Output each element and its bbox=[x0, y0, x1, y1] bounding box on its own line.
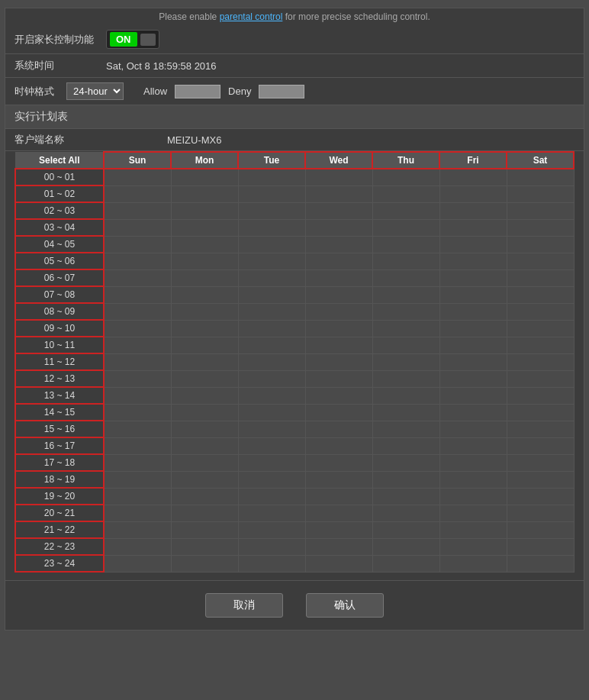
schedule-cell[interactable] bbox=[439, 387, 507, 404]
schedule-cell[interactable] bbox=[439, 488, 507, 505]
schedule-cell[interactable] bbox=[238, 286, 305, 303]
schedule-cell[interactable] bbox=[372, 320, 439, 337]
schedule-cell[interactable] bbox=[238, 505, 305, 521]
schedule-cell[interactable] bbox=[507, 505, 574, 521]
schedule-cell[interactable] bbox=[171, 185, 238, 202]
schedule-cell[interactable] bbox=[439, 421, 507, 437]
schedule-cell[interactable] bbox=[238, 370, 305, 387]
schedule-cell[interactable] bbox=[507, 253, 574, 269]
schedule-cell[interactable] bbox=[372, 185, 439, 202]
schedule-cell[interactable] bbox=[104, 488, 171, 505]
schedule-cell[interactable] bbox=[238, 454, 305, 471]
schedule-cell[interactable] bbox=[104, 538, 171, 555]
schedule-cell[interactable] bbox=[439, 169, 507, 185]
schedule-cell[interactable] bbox=[439, 437, 507, 454]
allow-color-box[interactable] bbox=[175, 85, 220, 98]
select-all-header[interactable]: Select All bbox=[15, 152, 104, 169]
schedule-cell[interactable] bbox=[372, 454, 439, 471]
schedule-cell[interactable] bbox=[238, 387, 305, 404]
schedule-cell[interactable] bbox=[171, 253, 238, 269]
schedule-cell[interactable] bbox=[305, 236, 372, 253]
schedule-cell[interactable] bbox=[238, 404, 305, 421]
schedule-cell[interactable] bbox=[372, 555, 439, 572]
schedule-cell[interactable] bbox=[171, 421, 238, 437]
schedule-cell[interactable] bbox=[305, 454, 372, 471]
schedule-cell[interactable] bbox=[305, 337, 372, 353]
schedule-cell[interactable] bbox=[104, 421, 171, 437]
schedule-cell[interactable] bbox=[305, 219, 372, 236]
schedule-cell[interactable] bbox=[104, 337, 171, 353]
schedule-cell[interactable] bbox=[372, 202, 439, 219]
schedule-cell[interactable] bbox=[372, 488, 439, 505]
schedule-cell[interactable] bbox=[372, 370, 439, 387]
schedule-cell[interactable] bbox=[507, 353, 574, 370]
schedule-cell[interactable] bbox=[238, 538, 305, 555]
schedule-cell[interactable] bbox=[507, 337, 574, 353]
schedule-cell[interactable] bbox=[305, 320, 372, 337]
schedule-cell[interactable] bbox=[372, 421, 439, 437]
schedule-cell[interactable] bbox=[171, 219, 238, 236]
schedule-cell[interactable] bbox=[104, 471, 171, 488]
schedule-cell[interactable] bbox=[507, 320, 574, 337]
schedule-cell[interactable] bbox=[439, 286, 507, 303]
schedule-cell[interactable] bbox=[305, 370, 372, 387]
schedule-cell[interactable] bbox=[507, 303, 574, 320]
schedule-cell[interactable] bbox=[372, 471, 439, 488]
schedule-cell[interactable] bbox=[104, 404, 171, 421]
schedule-cell[interactable] bbox=[305, 353, 372, 370]
deny-color-box[interactable] bbox=[259, 85, 304, 98]
schedule-cell[interactable] bbox=[305, 253, 372, 269]
schedule-cell[interactable] bbox=[507, 185, 574, 202]
schedule-cell[interactable] bbox=[372, 303, 439, 320]
schedule-cell[interactable] bbox=[171, 555, 238, 572]
schedule-cell[interactable] bbox=[439, 185, 507, 202]
schedule-cell[interactable] bbox=[238, 185, 305, 202]
schedule-cell[interactable] bbox=[104, 286, 171, 303]
schedule-cell[interactable] bbox=[439, 219, 507, 236]
schedule-cell[interactable] bbox=[171, 320, 238, 337]
schedule-cell[interactable] bbox=[507, 421, 574, 437]
schedule-cell[interactable] bbox=[439, 404, 507, 421]
schedule-cell[interactable] bbox=[238, 303, 305, 320]
schedule-cell[interactable] bbox=[372, 269, 439, 286]
schedule-cell[interactable] bbox=[305, 387, 372, 404]
schedule-cell[interactable] bbox=[238, 353, 305, 370]
schedule-cell[interactable] bbox=[372, 505, 439, 521]
schedule-cell[interactable] bbox=[372, 169, 439, 185]
schedule-cell[interactable] bbox=[104, 454, 171, 471]
schedule-cell[interactable] bbox=[238, 555, 305, 572]
schedule-cell[interactable] bbox=[238, 337, 305, 353]
schedule-cell[interactable] bbox=[372, 286, 439, 303]
schedule-cell[interactable] bbox=[439, 269, 507, 286]
schedule-cell[interactable] bbox=[104, 370, 171, 387]
schedule-cell[interactable] bbox=[238, 219, 305, 236]
schedule-cell[interactable] bbox=[507, 555, 574, 572]
schedule-cell[interactable] bbox=[104, 353, 171, 370]
schedule-cell[interactable] bbox=[439, 521, 507, 538]
schedule-cell[interactable] bbox=[372, 387, 439, 404]
schedule-cell[interactable] bbox=[439, 370, 507, 387]
schedule-cell[interactable] bbox=[507, 269, 574, 286]
schedule-cell[interactable] bbox=[439, 202, 507, 219]
schedule-cell[interactable] bbox=[171, 169, 238, 185]
schedule-cell[interactable] bbox=[238, 471, 305, 488]
schedule-cell[interactable] bbox=[305, 404, 372, 421]
schedule-cell[interactable] bbox=[305, 505, 372, 521]
schedule-cell[interactable] bbox=[439, 555, 507, 572]
schedule-cell[interactable] bbox=[171, 353, 238, 370]
schedule-cell[interactable] bbox=[507, 454, 574, 471]
schedule-cell[interactable] bbox=[439, 454, 507, 471]
schedule-cell[interactable] bbox=[104, 169, 171, 185]
schedule-cell[interactable] bbox=[171, 538, 238, 555]
schedule-cell[interactable] bbox=[238, 202, 305, 219]
schedule-cell[interactable] bbox=[439, 337, 507, 353]
schedule-cell[interactable] bbox=[238, 169, 305, 185]
schedule-cell[interactable] bbox=[104, 219, 171, 236]
schedule-cell[interactable] bbox=[507, 488, 574, 505]
schedule-cell[interactable] bbox=[507, 521, 574, 538]
schedule-cell[interactable] bbox=[305, 421, 372, 437]
schedule-cell[interactable] bbox=[305, 521, 372, 538]
schedule-cell[interactable] bbox=[171, 471, 238, 488]
clock-format-select[interactable]: 24-hour 12-hour bbox=[66, 82, 124, 100]
schedule-cell[interactable] bbox=[372, 353, 439, 370]
